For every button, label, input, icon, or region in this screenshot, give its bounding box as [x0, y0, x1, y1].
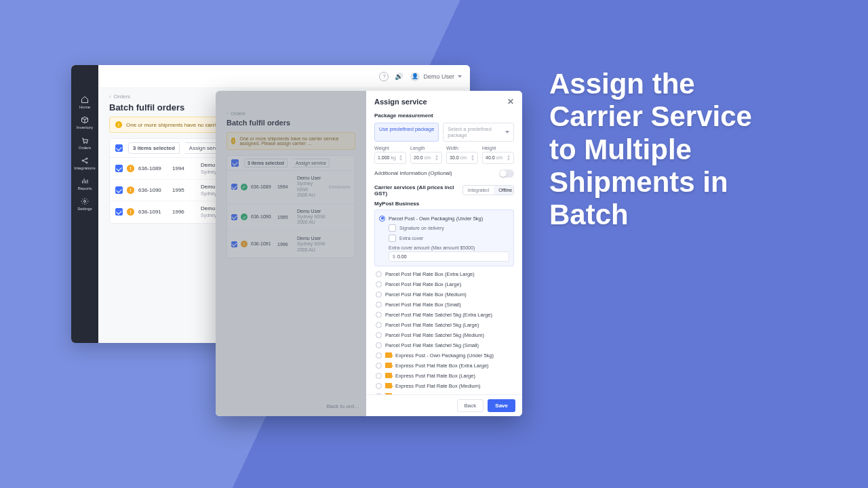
table-row: ! 636-1091 1996 Demo UserSydney NSW2000 …	[227, 231, 355, 258]
checkbox-icon	[389, 224, 396, 232]
extra-cover-input[interactable]: $0.00	[389, 251, 509, 262]
row-checkbox[interactable]	[115, 186, 123, 194]
announcements-icon[interactable]: 🔊	[394, 72, 403, 81]
additional-info-toggle[interactable]	[499, 169, 514, 178]
express-icon	[385, 383, 392, 388]
table-row: ✓ 636-1089 1994 Demo UserSydney NSW2000 …	[227, 171, 355, 204]
row-checkbox[interactable]	[115, 165, 123, 172]
warning-icon: !	[231, 138, 235, 144]
status-warning-icon: !	[241, 241, 248, 247]
order-year: 1995	[172, 187, 197, 193]
sidebar-item-inventory[interactable]: Inventory	[71, 113, 98, 133]
sidebar-item-settings[interactable]: Settings	[71, 194, 98, 214]
avatar-icon: 👤	[410, 72, 420, 81]
tab-offline[interactable]: Offline	[494, 186, 514, 195]
carrier-type-tabs: Integrated Offline	[462, 185, 514, 195]
service-option[interactable]: Parcel Post - Own Packaging (Under 5kg)	[379, 214, 509, 223]
carrier-services-header: Carrier services (All prices incl GST)	[374, 184, 462, 197]
signature-option[interactable]: Signature on delivery	[389, 223, 509, 233]
status-warning-icon: !	[127, 165, 134, 172]
radio-icon	[379, 216, 385, 222]
dim-height: Height 40.0cm ▲▼	[482, 146, 514, 164]
status-ok-icon: ✓	[241, 184, 248, 190]
app-window-front: Orders Batch fulfil orders !One or more …	[216, 91, 522, 416]
svg-point-4	[86, 162, 87, 163]
radio-icon	[376, 363, 382, 369]
sidebar-item-orders[interactable]: Orders	[71, 133, 98, 153]
order-year: 1996	[172, 209, 197, 215]
status-ok-icon: ✓	[241, 214, 248, 220]
weight-input[interactable]: 1.000kg ▲▼	[374, 152, 406, 164]
sidebar: Home Inventory Orders Integrations Repor…	[71, 65, 98, 343]
radio-icon	[376, 312, 382, 318]
extra-cover-note: Extra cover amount (Max amount $5000)	[389, 243, 509, 251]
width-input[interactable]: 30.0cm ▲▼	[446, 152, 478, 164]
page-title: Batch fulfil orders	[226, 119, 355, 127]
stepper-icon[interactable]: ▲▼	[399, 155, 403, 161]
length-input[interactable]: 20.0cm ▲▼	[410, 152, 442, 164]
service-option[interactable]: Parcel Post Flat Rate Satchel 5kg (Large…	[374, 320, 514, 330]
radio-icon	[376, 302, 382, 308]
sidebar-item-reports[interactable]: Reports	[71, 174, 98, 194]
sidebar-item-integrations[interactable]: Integrations	[71, 153, 98, 174]
service-option[interactable]: Parcel Post Flat Rate Satchel 5kg (Extra…	[374, 310, 514, 320]
stepper-icon[interactable]: ▲▼	[471, 155, 475, 161]
row-checkbox	[231, 214, 237, 220]
order-number: 636-1089	[138, 165, 168, 172]
service-option[interactable]: Parcel Post Flat Rate Box (Large)	[374, 279, 514, 289]
section-package-measurement: Package measurement	[374, 113, 514, 119]
help-icon[interactable]: ?	[379, 72, 389, 81]
service-option[interactable]: Parcel Post Flat Rate Box (Medium)	[374, 289, 514, 300]
close-icon[interactable]: ✕	[507, 98, 514, 106]
chevron-down-icon	[505, 131, 509, 134]
tab-integrated[interactable]: Integrated	[463, 186, 494, 195]
status-warning-icon: !	[127, 186, 134, 194]
radio-icon	[376, 322, 382, 328]
extra-cover-option[interactable]: Extra cover	[389, 233, 509, 243]
table-row: ✓ 636-1090 1995 Demo UserSydney NSW2000 …	[227, 204, 355, 231]
select-all-checkbox[interactable]	[115, 144, 123, 152]
service-option[interactable]: Express Post Flat Rate Box (Medium)	[374, 381, 514, 391]
height-input[interactable]: 40.0cm ▲▼	[482, 152, 514, 164]
dim-length: Length 20.0cm ▲▼	[410, 146, 442, 164]
express-icon	[385, 393, 392, 394]
row-checkbox	[231, 184, 237, 190]
radio-icon	[376, 383, 382, 389]
status-warning-icon: !	[127, 208, 134, 216]
save-button[interactable]: Save	[488, 399, 515, 412]
service-option[interactable]: Express Post - Own Packaging (Under 5kg)	[374, 350, 514, 361]
checkbox-icon	[389, 235, 396, 242]
order-number: 636-1090	[138, 187, 168, 194]
carrier-group-mypost: MyPost Business	[374, 201, 514, 207]
service-option[interactable]: Express Post Flat Rate Box (Extra Large)	[374, 361, 514, 371]
service-option[interactable]: Parcel Post Flat Rate Box (Small)	[374, 300, 514, 310]
express-icon	[385, 363, 392, 368]
predefined-package-select[interactable]: Select a predefined package	[443, 123, 514, 142]
radio-icon	[376, 373, 382, 379]
svg-point-3	[86, 158, 87, 159]
use-predefined-toggle[interactable]: Use predefined package	[374, 123, 439, 142]
stepper-icon[interactable]: ▲▼	[435, 155, 439, 161]
breadcrumb: Orders	[226, 111, 355, 116]
sidebar-item-home[interactable]: Home	[71, 92, 98, 113]
chevron-down-icon	[458, 75, 462, 78]
selected-service-block: Parcel Post - Own Packaging (Under 5kg) …	[374, 209, 514, 266]
service-option[interactable]: Parcel Post Flat Rate Satchel 5kg (Small…	[374, 340, 514, 350]
orders-panel: 3 items selectedAssign service ✓ 636-108…	[226, 155, 355, 258]
stepper-icon[interactable]: ▲▼	[507, 155, 511, 161]
order-year: 1994	[172, 165, 197, 171]
service-option[interactable]: Parcel Post Flat Rate Satchel 5kg (Mediu…	[374, 330, 514, 340]
radio-icon	[376, 352, 382, 359]
radio-icon	[376, 291, 382, 298]
additional-info-label: Additional Information (Optional)	[374, 170, 452, 176]
back-button[interactable]: Back	[457, 399, 484, 412]
express-icon	[385, 352, 392, 358]
row-checkbox[interactable]	[115, 208, 123, 216]
svg-point-0	[84, 143, 85, 144]
radio-icon	[376, 271, 382, 277]
service-option[interactable]: Parcel Post Flat Rate Box (Extra Large)	[374, 269, 514, 279]
express-icon	[385, 373, 392, 378]
modal-footer: Back Save	[366, 394, 522, 416]
user-menu[interactable]: 👤 Demo User	[410, 72, 462, 81]
service-option[interactable]: Express Post Flat Rate Box (Large)	[374, 371, 514, 381]
